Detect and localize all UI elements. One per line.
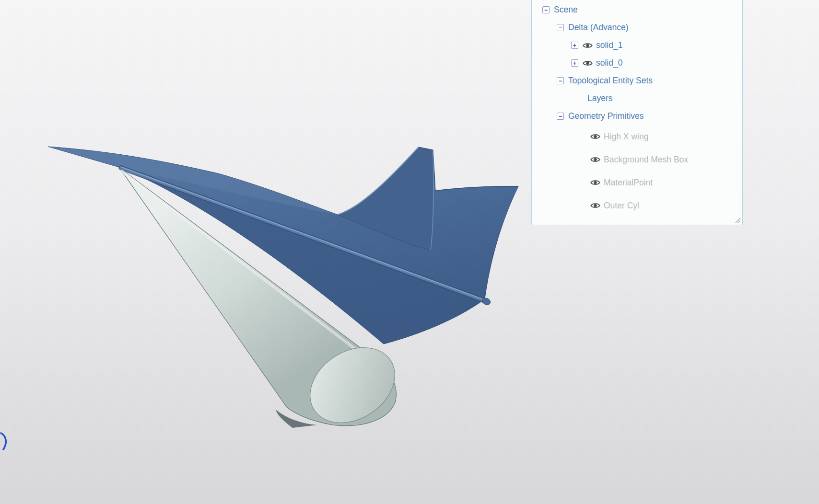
scene-tree: −Scene−Delta (Advance)+solid_1+solid_0−T… bbox=[532, 0, 742, 217]
visibility-eye-icon[interactable] bbox=[590, 156, 600, 163]
expand-icon[interactable]: + bbox=[571, 42, 578, 49]
tree-item-outer-cyl[interactable]: Outer Cyl bbox=[532, 194, 742, 217]
tree-item-label[interactable]: Scene bbox=[554, 5, 578, 15]
collapse-icon[interactable]: − bbox=[557, 77, 564, 84]
tree-item-geometry-primitives[interactable]: −Geometry Primitives bbox=[532, 107, 742, 125]
visibility-eye-icon[interactable] bbox=[590, 202, 600, 209]
tree-item-layers[interactable]: Layers bbox=[532, 90, 742, 107]
tree-item-high-x-wing[interactable]: High X wing bbox=[532, 125, 742, 148]
tree-item-solid-0[interactable]: +solid_0 bbox=[532, 54, 742, 72]
scene-tree-panel: −Scene−Delta (Advance)+solid_1+solid_0−T… bbox=[531, 0, 743, 225]
tree-item-label[interactable]: Background Mesh Box bbox=[604, 155, 688, 165]
tree-item-scene[interactable]: −Scene bbox=[532, 1, 742, 19]
expand-icon[interactable]: + bbox=[571, 59, 578, 67]
delta-wing-model bbox=[48, 147, 518, 438]
visibility-eye-icon[interactable] bbox=[583, 42, 593, 49]
resize-grip-icon bbox=[734, 216, 741, 224]
visibility-eye-icon[interactable] bbox=[590, 179, 600, 186]
panel-resize-handle[interactable] bbox=[734, 216, 741, 224]
tree-item-label[interactable]: Outer Cyl bbox=[604, 201, 639, 211]
collapse-icon[interactable]: − bbox=[557, 113, 564, 120]
tree-item-solid-1[interactable]: +solid_1 bbox=[532, 36, 742, 54]
application-window: −Scene−Delta (Advance)+solid_1+solid_0−T… bbox=[0, 0, 819, 504]
tree-item-label[interactable]: solid_0 bbox=[596, 58, 622, 68]
tree-item-materialpoint[interactable]: MaterialPoint bbox=[532, 171, 742, 194]
collapse-icon[interactable]: − bbox=[542, 6, 550, 13]
tree-item-delta-advance[interactable]: −Delta (Advance) bbox=[532, 19, 742, 36]
visibility-eye-icon[interactable] bbox=[583, 60, 593, 67]
tree-item-label[interactable]: Geometry Primitives bbox=[568, 111, 644, 121]
tree-item-background-mesh-box[interactable]: Background Mesh Box bbox=[532, 148, 742, 171]
corner-blue-mark bbox=[1, 433, 6, 449]
tree-item-label[interactable]: MaterialPoint bbox=[604, 178, 653, 188]
visibility-eye-icon[interactable] bbox=[590, 133, 600, 140]
tree-item-label[interactable]: High X wing bbox=[604, 132, 648, 142]
tree-item-label[interactable]: Topological Entity Sets bbox=[568, 76, 653, 86]
tree-item-label[interactable]: Delta (Advance) bbox=[568, 23, 628, 33]
collapse-icon[interactable]: − bbox=[557, 24, 564, 31]
tree-item-topological-entity-sets[interactable]: −Topological Entity Sets bbox=[532, 72, 742, 90]
tree-item-label[interactable]: Layers bbox=[587, 93, 613, 103]
tree-item-label[interactable]: solid_1 bbox=[596, 40, 622, 50]
